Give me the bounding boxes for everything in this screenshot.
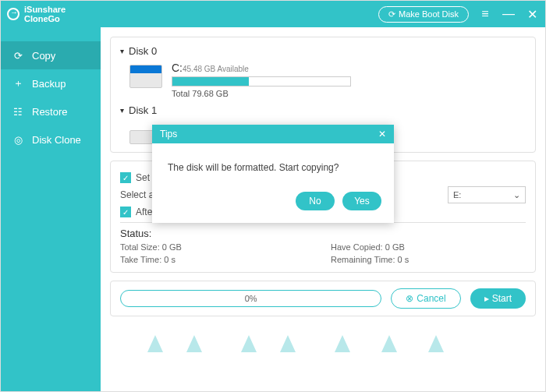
disk-0-header[interactable]: ▾ Disk 0 bbox=[120, 45, 526, 57]
logo-icon bbox=[7, 8, 20, 20]
cancel-icon: ⊗ bbox=[406, 293, 413, 304]
copy-icon: ⟳ bbox=[12, 49, 24, 62]
boot-label: Make Boot Disk bbox=[399, 9, 459, 19]
dialog-titlebar: Tips ✕ bbox=[152, 125, 394, 143]
sidebar-label: Restore bbox=[32, 106, 68, 118]
status-remaining: Remaining Time: 0 s bbox=[331, 255, 526, 264]
app-name-2: CloneGo bbox=[24, 14, 66, 23]
play-icon: ▸ bbox=[484, 293, 489, 304]
status-take-time: Take Time: 0 s bbox=[120, 255, 315, 264]
capacity-fill bbox=[172, 77, 249, 86]
dialog-title: Tips bbox=[160, 129, 177, 139]
disk-0-partition[interactable]: C:45.48 GB Available Total 79.68 GB bbox=[129, 62, 526, 98]
drive-available: 45.48 GB Available bbox=[183, 65, 249, 73]
cancel-button[interactable]: ⊗ Cancel bbox=[391, 288, 460, 309]
disk-1-header[interactable]: ▾ Disk 1 bbox=[120, 104, 526, 116]
capacity-bar bbox=[172, 76, 351, 87]
chevron-down-icon: ▾ bbox=[120, 47, 124, 55]
dialog-no-button[interactable]: No bbox=[296, 192, 335, 210]
dialog-close-icon[interactable]: ✕ bbox=[378, 129, 386, 139]
backup-icon: ＋ bbox=[12, 77, 24, 90]
sidebar-item-restore[interactable]: ☷ Restore bbox=[1, 97, 101, 125]
titlebar: iSunshare CloneGo ⟳ Make Boot Disk ≡ — ✕ bbox=[1, 1, 545, 27]
close-icon[interactable]: ✕ bbox=[525, 7, 539, 22]
progress-bar: 0% bbox=[120, 290, 381, 307]
sidebar: ⟳ Copy ＋ Backup ☷ Restore ◎ Disk Clone bbox=[1, 27, 101, 391]
menu-icon[interactable]: ≡ bbox=[478, 7, 492, 21]
status-total-size: Total Size: 0 GB bbox=[120, 242, 315, 252]
dialog-message: The disk will be formatted. Start copyin… bbox=[152, 143, 394, 185]
after-checkbox[interactable]: ✓ bbox=[120, 207, 131, 217]
sidebar-label: Disk Clone bbox=[32, 134, 81, 146]
footer-bar: 0% ⊗ Cancel ▸ Start bbox=[110, 281, 536, 316]
drive-letter: C: bbox=[172, 62, 183, 74]
chevron-down-icon: ▾ bbox=[120, 106, 124, 115]
decorative-scenery bbox=[101, 321, 545, 352]
set-target-checkbox[interactable]: ✓ bbox=[120, 172, 131, 183]
app-logo: iSunshare CloneGo bbox=[7, 5, 66, 23]
confirm-dialog: Tips ✕ The disk will be formatted. Start… bbox=[152, 125, 394, 223]
sidebar-item-disk-clone[interactable]: ◎ Disk Clone bbox=[1, 125, 101, 154]
sidebar-item-backup[interactable]: ＋ Backup bbox=[1, 69, 101, 97]
make-boot-disk-button[interactable]: ⟳ Make Boot Disk bbox=[378, 6, 469, 23]
sidebar-label: Copy bbox=[32, 50, 55, 62]
sidebar-label: Backup bbox=[32, 78, 66, 90]
minimize-icon[interactable]: — bbox=[502, 7, 516, 21]
dialog-yes-button[interactable]: Yes bbox=[342, 192, 381, 210]
app-name-1: iSunshare bbox=[24, 5, 66, 14]
chevron-down-icon: ⌄ bbox=[513, 190, 520, 200]
partition-select[interactable]: E: ⌄ bbox=[448, 186, 526, 203]
start-button[interactable]: ▸ Start bbox=[470, 288, 526, 309]
windows-drive-icon bbox=[129, 65, 162, 88]
disk-clone-icon: ◎ bbox=[12, 133, 24, 146]
select-label: Select a bbox=[120, 189, 154, 200]
status-title: Status: bbox=[120, 228, 526, 239]
status-have-copied: Have Copied: 0 GB bbox=[331, 242, 526, 252]
sidebar-item-copy[interactable]: ⟳ Copy bbox=[1, 41, 101, 69]
drive-total: Total 79.68 GB bbox=[172, 89, 351, 98]
restore-icon: ☷ bbox=[12, 105, 24, 118]
boot-icon: ⟳ bbox=[388, 9, 395, 19]
